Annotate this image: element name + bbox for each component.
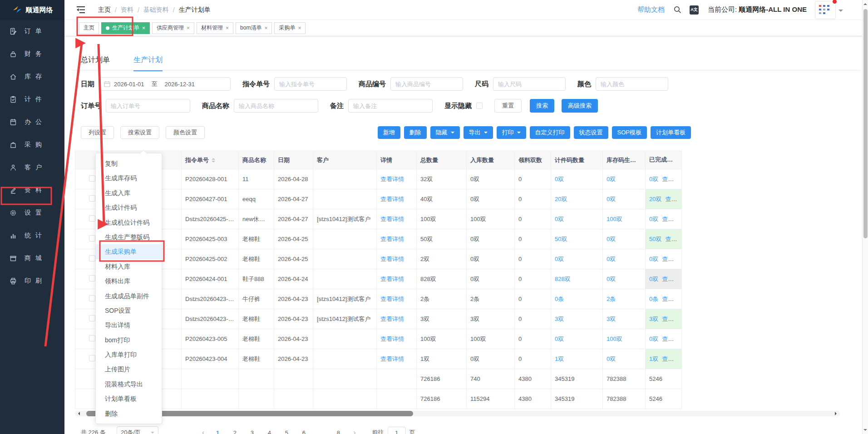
sidebar-item-printing[interactable]: 印 刷 bbox=[0, 270, 64, 292]
page-number[interactable]: 4 bbox=[263, 429, 276, 434]
sidebar-item-finance[interactable]: 财 务 bbox=[0, 43, 64, 65]
view-detail-link[interactable]: 查看详情 bbox=[662, 335, 681, 342]
view-detail-link[interactable]: 查看详情 bbox=[380, 355, 404, 362]
search-settings-button[interactable]: 搜索设置 bbox=[120, 126, 159, 139]
product-name-input[interactable] bbox=[234, 99, 318, 113]
close-tab-icon[interactable]: × bbox=[298, 25, 301, 31]
context-menu-item-generate-purchase-order[interactable]: 生成采购单 bbox=[96, 244, 162, 259]
translate-icon[interactable]: A文 bbox=[690, 5, 699, 15]
piece-code-qty-link[interactable]: 0双 bbox=[555, 216, 564, 222]
add-button[interactable]: 新增 bbox=[378, 126, 400, 139]
sidebar-item-data[interactable]: 资 料 bbox=[0, 179, 64, 202]
view-detail-link[interactable]: 查看详情 bbox=[380, 335, 404, 342]
help-icon[interactable]: ? bbox=[681, 158, 682, 164]
view-detail-link[interactable]: 查看详情 bbox=[662, 276, 681, 282]
scroll-up-icon[interactable] bbox=[863, 1, 867, 5]
tab-material-management[interactable]: 材料管理× bbox=[197, 22, 233, 34]
breadcrumb-item[interactable]: 资料 bbox=[121, 6, 133, 14]
view-detail-link[interactable]: 查看详情 bbox=[662, 296, 681, 302]
color-settings-button[interactable]: 颜色设置 bbox=[166, 126, 205, 139]
piece-code-qty-link[interactable]: 50双 bbox=[555, 236, 567, 242]
search-button[interactable]: 搜索 bbox=[530, 99, 554, 113]
view-detail-link[interactable]: 查看详情 bbox=[665, 196, 681, 202]
stock-code-qty-link[interactable]: 3双 bbox=[607, 316, 616, 322]
context-menu-item-material-outbound[interactable]: 领料出库 bbox=[96, 274, 162, 288]
sidebar-item-customers[interactable]: 客 户 bbox=[0, 156, 64, 179]
row-checkbox[interactable] bbox=[89, 295, 95, 301]
close-tab-icon[interactable]: × bbox=[264, 25, 267, 31]
stock-code-qty-link[interactable]: 0双 bbox=[607, 176, 616, 182]
piece-code-qty-link[interactable]: 20双 bbox=[555, 196, 567, 202]
stock-code-qty-link[interactable]: 0双 bbox=[607, 355, 616, 362]
color-input[interactable] bbox=[596, 77, 668, 91]
instruction-no-input[interactable] bbox=[274, 77, 347, 91]
context-menu-item-generate-piece-code[interactable]: 生成计件码 bbox=[96, 200, 162, 215]
tab-purchase-order[interactable]: 采购单× bbox=[274, 22, 306, 34]
sidebar-item-purchase[interactable]: 采 购 bbox=[0, 133, 64, 156]
piece-code-qty-link[interactable]: 0条 bbox=[555, 296, 564, 302]
horizontal-scrollbar[interactable] bbox=[75, 411, 840, 416]
row-checkbox[interactable] bbox=[89, 355, 95, 361]
context-menu-item-generate-station-piece-code[interactable]: 生成机位计件码 bbox=[96, 215, 162, 230]
piece-code-qty-link[interactable]: 828双 bbox=[555, 276, 571, 282]
date-range-input[interactable]: 2026-01-01 至 2026-12-31 bbox=[99, 77, 231, 91]
row-checkbox[interactable] bbox=[89, 215, 95, 222]
context-menu-item-material-inbound[interactable]: 材料入库 bbox=[96, 259, 162, 274]
sidebar-item-statistics[interactable]: 统 计 bbox=[0, 224, 64, 247]
help-docs-link[interactable]: 帮助文档 bbox=[637, 5, 665, 14]
done-qty-value[interactable]: 0双 bbox=[649, 335, 658, 342]
remark-input[interactable] bbox=[348, 99, 433, 113]
avatar[interactable] bbox=[815, 1, 836, 19]
page-number[interactable]: 2 bbox=[228, 429, 241, 434]
sidebar-item-office[interactable]: 办 公 bbox=[0, 111, 64, 133]
scroll-left-icon[interactable] bbox=[76, 412, 80, 415]
export-button[interactable]: 导出 bbox=[464, 126, 493, 139]
scroll-right-icon[interactable] bbox=[835, 412, 838, 415]
view-detail-link[interactable]: 查看详情 bbox=[662, 256, 681, 262]
done-qty-value[interactable]: 0双 bbox=[649, 216, 658, 222]
order-no-input[interactable] bbox=[106, 99, 190, 113]
tab-home[interactable]: 主页 bbox=[79, 22, 99, 34]
done-qty-value[interactable]: 20双 bbox=[649, 196, 661, 202]
sort-icon[interactable] bbox=[212, 158, 215, 163]
stock-code-qty-link[interactable]: 0双 bbox=[607, 256, 616, 262]
piece-code-qty-link[interactable]: 0双 bbox=[555, 176, 564, 182]
sop-template-button[interactable]: SOP模板 bbox=[612, 126, 647, 139]
context-menu-item-export-details[interactable]: 导出详情 bbox=[96, 318, 162, 332]
page-number[interactable]: 3 bbox=[246, 429, 258, 434]
view-detail-link[interactable]: 查看详情 bbox=[380, 176, 404, 182]
context-menu-item-generate-inbound[interactable]: 生成入库 bbox=[96, 186, 162, 200]
context-menu-item-mixed-format-export[interactable]: 混装格式导出 bbox=[96, 377, 162, 391]
stock-code-qty-link[interactable]: 0双 bbox=[607, 196, 616, 202]
context-menu-item-generate-finished-copy[interactable]: 生成成品单副件 bbox=[96, 289, 162, 303]
done-qty-value[interactable]: 0条 bbox=[649, 296, 658, 302]
custom-print-button[interactable]: 自定义打印 bbox=[530, 126, 570, 139]
column-header[interactable]: 指令单号 bbox=[182, 151, 239, 169]
row-checkbox[interactable] bbox=[89, 255, 95, 261]
close-tab-icon[interactable]: × bbox=[187, 25, 190, 31]
breadcrumb-item[interactable]: 生产计划单 bbox=[179, 6, 211, 14]
sort-asc-icon[interactable] bbox=[212, 158, 215, 160]
view-detail-link[interactable]: 查看详情 bbox=[662, 176, 681, 182]
view-detail-link[interactable]: 查看详情 bbox=[662, 316, 681, 322]
row-checkbox[interactable] bbox=[89, 195, 95, 202]
page-number[interactable]: 6 bbox=[297, 429, 310, 434]
row-checkbox[interactable] bbox=[89, 335, 95, 341]
sidebar-item-inventory[interactable]: 库 存 bbox=[0, 65, 64, 88]
view-detail-link[interactable]: 查看详情 bbox=[380, 296, 404, 302]
context-menu-item-bom-print[interactable]: bom打印 bbox=[96, 333, 162, 347]
date-from-value[interactable]: 2026-01-01 bbox=[114, 81, 144, 88]
context-menu-item-copy[interactable]: 复制 bbox=[96, 156, 162, 171]
advanced-search-button[interactable]: 高级搜索 bbox=[562, 99, 598, 113]
page-scrollbar[interactable] bbox=[862, 0, 868, 434]
done-qty-value[interactable]: 0双 bbox=[649, 176, 658, 182]
sidebar-item-piecework[interactable]: 计 件 bbox=[0, 88, 64, 111]
row-checkbox[interactable] bbox=[89, 275, 95, 281]
view-detail-link[interactable]: 查看详情 bbox=[380, 256, 404, 262]
piece-code-qty-link[interactable]: 0双 bbox=[555, 335, 564, 342]
prev-page-icon[interactable]: ‹ bbox=[202, 429, 204, 434]
context-menu-item-sop-settings[interactable]: SOP设置 bbox=[96, 303, 162, 318]
piece-code-qty-link[interactable]: 0双 bbox=[555, 256, 564, 262]
close-tab-icon[interactable]: × bbox=[226, 25, 229, 31]
row-checkbox[interactable] bbox=[89, 315, 95, 321]
